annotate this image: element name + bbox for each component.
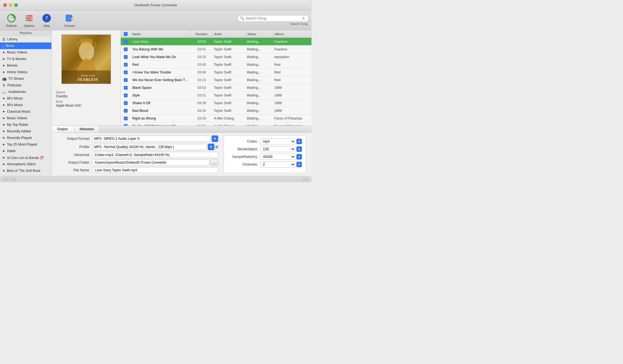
row-checkbox-0[interactable]: ✓ (124, 40, 128, 44)
sidebar-item-90s-music[interactable]: ✦ 90's Music (0, 95, 51, 102)
profile-arrow[interactable]: ▼ (208, 144, 214, 150)
sidebar-item-best-glitch[interactable]: ✦ Best of Glitch (0, 174, 51, 176)
search-clear-icon[interactable]: ✕ (302, 16, 305, 21)
row-checkbox-6[interactable]: ✓ (124, 86, 128, 90)
sidebar-item-tv-movies[interactable]: ✦ TV & Movies (0, 56, 51, 62)
song-album-2: reputation (273, 55, 312, 59)
table-row[interactable]: ✓ You Belong With Me 03:51 Taylor Swift … (121, 46, 312, 53)
row-checkbox-5[interactable]: ✓ (124, 78, 128, 82)
bitrate-arrow[interactable]: ▼ (296, 146, 302, 152)
file-name-input[interactable] (92, 167, 218, 173)
row-checkbox-4[interactable]: ✓ (124, 70, 128, 74)
th-artist[interactable]: Artist (213, 30, 246, 38)
tab-output[interactable]: Output: (52, 126, 74, 132)
maximize-button[interactable] (14, 3, 18, 7)
table-row[interactable]: ✓ Love Story 03:55 Taylor Swift Waiting.… (121, 38, 312, 46)
row-checkbox-10[interactable]: ✓ (124, 116, 128, 120)
th-album[interactable]: Album (273, 30, 312, 38)
channels-arrow[interactable]: ▼ (296, 162, 302, 167)
profile-minus-button[interactable]: − (215, 146, 218, 148)
th-duration[interactable]: Duration (191, 30, 213, 38)
tab-metadata[interactable]: Metadata (74, 126, 100, 132)
sidebar-item-podcasts[interactable]: 🎙 Podcasts (0, 82, 51, 89)
song-name-10: Right as Wrong (131, 116, 191, 120)
sidebar-item-90s-music-2[interactable]: ✦ 90's Music (0, 102, 51, 108)
sidebar-item-recently-played[interactable]: ✦ Recently Played (0, 135, 51, 141)
sidebar-item-classical[interactable]: ✦ Classical Music (0, 108, 51, 115)
row-check-0[interactable]: ✓ (121, 40, 131, 44)
table-row[interactable]: ✓ Right as Wrong 03:33 A-Mei Chang Waiti… (121, 115, 312, 122)
row-check-5[interactable]: ✓ (121, 78, 131, 82)
codec-arrow[interactable]: ▼ (296, 139, 302, 144)
table-row[interactable]: ✓ Look What You Made Me Do 03:32 Taylor … (121, 53, 312, 61)
convert-label: Convert (64, 24, 75, 27)
sidebar-item-music-videos-2[interactable]: ✦ Music Videos (0, 115, 51, 121)
song-status-5: Waiting... (246, 78, 273, 82)
song-status-8: Waiting... (246, 101, 273, 105)
output-format-select[interactable]: MP3 - MPEG-1 Audio Layer 3 (92, 136, 211, 142)
row-checkbox-3[interactable]: ✓ (124, 63, 128, 67)
sidebar-item-home-videos[interactable]: ✦ Home Videos (0, 69, 51, 75)
row-checkbox-2[interactable]: ✓ (124, 55, 128, 59)
codec-select[interactable]: mp3 (260, 138, 295, 144)
row-check-6[interactable]: ✓ (121, 86, 131, 90)
channels-select[interactable]: 2 (260, 161, 295, 167)
sidebar-item-audiobooks[interactable]: 📖 Audiobooks (0, 89, 51, 95)
sidebar-item-music-videos[interactable]: ✦ Music Videos (0, 49, 51, 56)
kind-label: Kind (56, 100, 116, 104)
table-row[interactable]: ✓ Bad Blood 03:32 Taylor Swift Waiting..… (121, 107, 312, 115)
sidebar-item-best-70s[interactable]: ✦ Best of '70s Soft Rock (0, 167, 51, 174)
output-folder-input[interactable] (92, 160, 209, 166)
output-format-arrow[interactable]: ▼ (212, 135, 218, 142)
album-art: Taylor Swift FEARLESS (61, 35, 111, 84)
row-check-2[interactable]: ✓ (121, 55, 131, 59)
options-button[interactable]: Options (20, 12, 38, 29)
sidebar-item-my-top-rated[interactable]: ✦ My Top Rated (0, 121, 51, 128)
row-check-9[interactable]: ✓ (121, 109, 131, 113)
search-box[interactable]: 🔍 ✕ (237, 15, 309, 22)
sidebar-item-music[interactable]: ♪ Music (0, 42, 51, 49)
check-all-box[interactable]: − (124, 32, 128, 36)
row-checkbox-8[interactable]: ✓ (124, 101, 128, 105)
row-check-3[interactable]: ✓ (121, 63, 131, 67)
refresh-button[interactable]: Refresh (3, 12, 20, 29)
th-name[interactable]: Name (131, 30, 191, 38)
sidebar-item-atmospheric-glitch[interactable]: ✦ Atmospheric Glitch (0, 161, 51, 167)
profile-select[interactable]: MP3 - Normal Quality( 44100 Hz, stereo ,… (92, 144, 207, 150)
search-input[interactable] (246, 16, 301, 20)
sidebar-item-recently-added[interactable]: ✦ Recently Added (0, 128, 51, 135)
table-row[interactable]: ✓ Style 03:51 Taylor Swift Waiting... 19… (121, 92, 312, 99)
th-status[interactable]: Status (246, 30, 273, 38)
close-button[interactable] (3, 3, 7, 7)
sidebar-item-tv-shows[interactable]: 📺 TV Shows (0, 75, 51, 82)
row-checkbox-9[interactable]: ✓ (124, 109, 128, 113)
table-row[interactable]: ✓ Do You Still Want to Love Me 06:15 A-M… (121, 122, 312, 126)
sidebar-item-movies[interactable]: ✦ Movies (0, 62, 51, 69)
row-check-10[interactable]: ✓ (121, 116, 131, 120)
row-check-8[interactable]: ✓ (121, 101, 131, 105)
row-check-4[interactable]: ✓ (121, 70, 131, 74)
samplerate-select[interactable]: 44100 (260, 154, 295, 160)
samplerate-arrow[interactable]: ▼ (296, 154, 302, 160)
browse-button[interactable]: ... (211, 160, 218, 166)
row-checkbox-1[interactable]: ✓ (124, 47, 128, 51)
bitrate-select[interactable]: 128 (260, 146, 295, 152)
song-name-7: Style (131, 93, 191, 97)
convert-button[interactable]: Convert (61, 12, 78, 29)
sidebar-item-adele[interactable]: ✦ Adele (0, 148, 51, 154)
row-check-7[interactable]: ✓ (121, 93, 131, 97)
help-button[interactable]: ? Help (38, 12, 55, 29)
table-row[interactable]: ✓ Red 03:43 Taylor Swift Waiting... Red (121, 61, 312, 69)
advanced-input[interactable] (92, 152, 218, 158)
minimize-button[interactable] (9, 3, 12, 7)
row-check-1[interactable]: ✓ (121, 47, 131, 51)
row-checkbox-7[interactable]: ✓ (124, 93, 128, 97)
sidebar-item-library[interactable]: ☰ Library (0, 36, 51, 42)
th-check[interactable]: − (121, 32, 131, 36)
table-row[interactable]: ✓ Shake It Off 03:39 Taylor Swift Waitin… (121, 99, 312, 107)
table-row[interactable]: ✓ Blank Space 03:52 Taylor Swift Waiting… (121, 84, 312, 92)
table-row[interactable]: ✓ We Are Never Ever Getting Back Tog... … (121, 76, 312, 84)
sidebar-item-top-25[interactable]: ✦ Top 25 Most Played (0, 141, 51, 148)
sidebar-item-al-cien[interactable]: ✦ Al Cien con la Banda 💯 (0, 154, 51, 161)
table-row[interactable]: ✓ I Knew You Were Trouble 03:40 Taylor S… (121, 69, 312, 76)
